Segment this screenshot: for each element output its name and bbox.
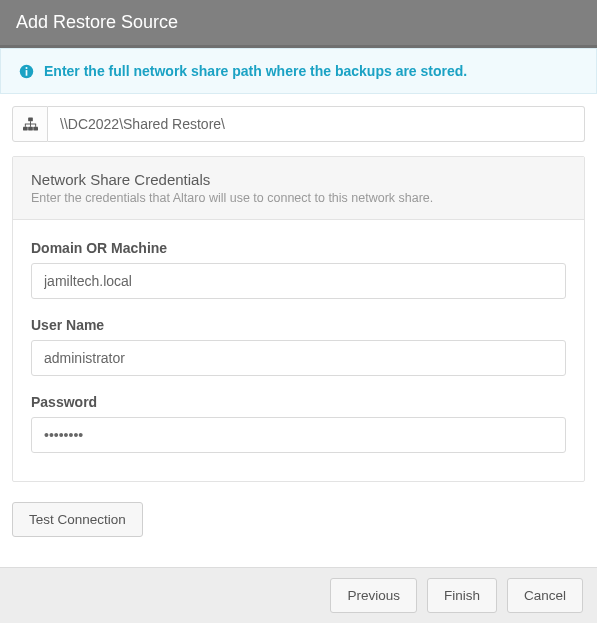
test-connection-button[interactable]: Test Connection [12, 502, 143, 537]
domain-field-group: Domain OR Machine [31, 240, 566, 299]
credentials-header: Network Share Credentials Enter the cred… [13, 157, 584, 220]
network-path-input[interactable] [48, 106, 585, 142]
finish-button[interactable]: Finish [427, 578, 497, 613]
password-label: Password [31, 394, 566, 410]
credentials-subheading: Enter the credentials that Altaro will u… [31, 191, 566, 205]
username-input[interactable] [31, 340, 566, 376]
username-field-group: User Name [31, 317, 566, 376]
password-input[interactable] [31, 417, 566, 453]
info-icon [19, 64, 34, 79]
info-message: Enter the full network share path where … [44, 63, 467, 79]
svg-rect-1 [26, 70, 28, 76]
network-path-row [12, 106, 585, 142]
credentials-heading: Network Share Credentials [31, 171, 566, 188]
network-icon [12, 106, 48, 142]
info-banner: Enter the full network share path where … [0, 48, 597, 94]
username-label: User Name [31, 317, 566, 333]
title-bar: Add Restore Source [0, 0, 597, 48]
svg-rect-9 [24, 124, 25, 127]
footer-bar: Previous Finish Cancel [0, 567, 597, 623]
domain-label: Domain OR Machine [31, 240, 566, 256]
svg-rect-5 [28, 127, 33, 131]
svg-rect-10 [30, 124, 31, 127]
credentials-body: Domain OR Machine User Name Password [13, 220, 584, 481]
credentials-panel: Network Share Credentials Enter the cred… [12, 156, 585, 482]
test-connection-row: Test Connection [0, 494, 597, 549]
svg-rect-11 [35, 124, 36, 127]
page-title: Add Restore Source [16, 12, 178, 33]
svg-rect-3 [28, 117, 33, 121]
svg-rect-6 [33, 127, 38, 131]
cancel-button[interactable]: Cancel [507, 578, 583, 613]
svg-point-2 [25, 67, 27, 69]
content-area: Network Share Credentials Enter the cred… [0, 94, 597, 494]
previous-button[interactable]: Previous [330, 578, 417, 613]
password-field-group: Password [31, 394, 566, 453]
svg-rect-4 [23, 127, 28, 131]
domain-input[interactable] [31, 263, 566, 299]
